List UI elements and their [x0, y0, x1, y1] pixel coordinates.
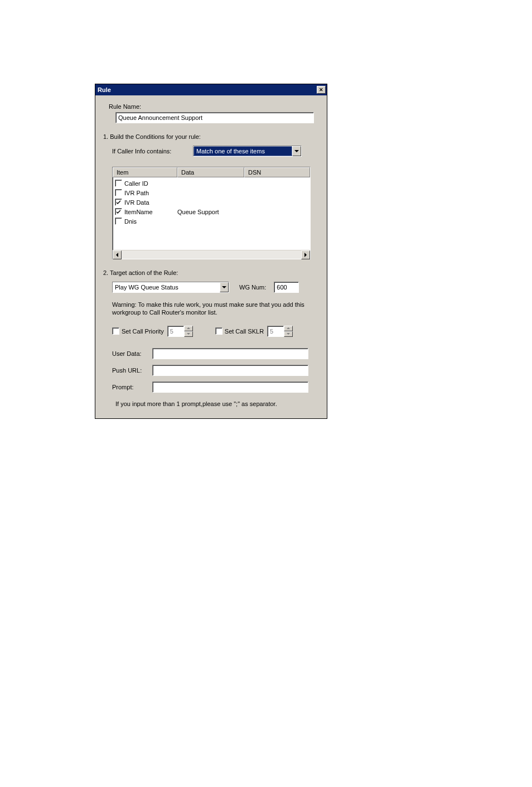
user-data-label: User Data: [112, 350, 152, 357]
list-item[interactable]: IVR Path [113, 188, 310, 197]
warning-text: Warning: To make this rule work, you mus… [112, 301, 319, 317]
push-url-label: Push URL: [112, 367, 152, 374]
set-call-priority-label: Set Call Priority [122, 328, 164, 335]
close-button[interactable]: ✕ [317, 86, 326, 94]
set-call-sklr-label: Set Call SKLR [225, 328, 264, 335]
dialog-content: Rule Name: 1. Build the Conditions for y… [95, 95, 327, 418]
item-label: ItemName [124, 209, 153, 215]
col-dsn[interactable]: DSN [244, 167, 310, 177]
action-dropdown-text: Play WG Queue Status [113, 282, 220, 292]
section2-label: 2. Target action of the Rule: [103, 269, 319, 276]
titlebar: Rule ✕ [95, 84, 327, 95]
call-sklr-input[interactable] [267, 326, 284, 337]
call-priority-input[interactable] [167, 326, 184, 337]
close-icon: ✕ [319, 87, 323, 93]
window-title: Rule [98, 86, 111, 93]
prompt-hint: If you input more than 1 prompt,please u… [115, 400, 319, 407]
spinner-up-icon[interactable] [184, 326, 193, 331]
col-data[interactable]: Data [177, 167, 244, 177]
push-url-input[interactable] [152, 365, 308, 376]
wg-num-input[interactable] [274, 282, 299, 293]
list-item[interactable]: IVR Data [113, 197, 310, 207]
call-sklr-spinner[interactable] [267, 326, 293, 337]
list-item[interactable]: ItemName Queue Support [113, 207, 310, 216]
wg-num-label: WG Num: [239, 284, 266, 291]
spinner-down-icon[interactable] [184, 331, 193, 337]
conditions-listview: Item Data DSN Caller ID IVR Path [112, 167, 311, 259]
rule-dialog: Rule ✕ Rule Name: 1. Build the Condition… [95, 84, 327, 419]
checkbox-dnis[interactable] [115, 218, 122, 225]
item-label: Dnis [124, 218, 137, 225]
chevron-down-icon [292, 146, 301, 156]
rule-name-label: Rule Name: [109, 103, 319, 110]
data-cell: Queue Support [177, 209, 244, 215]
checkbox-ivr-path[interactable] [115, 189, 122, 196]
prompt-label: Prompt: [112, 384, 152, 390]
match-dropdown-text: Match one of these items [194, 146, 292, 156]
col-item[interactable]: Item [113, 167, 177, 177]
user-data-input[interactable] [152, 348, 308, 359]
match-dropdown[interactable]: Match one of these items [193, 146, 302, 157]
spinner-down-icon[interactable] [284, 331, 293, 337]
item-label: Caller ID [124, 180, 148, 187]
horizontal-scrollbar[interactable] [113, 250, 310, 259]
listview-header: Item Data DSN [113, 167, 310, 177]
call-priority-spinner[interactable] [167, 326, 193, 337]
list-item[interactable]: Dnis [113, 216, 310, 226]
caller-info-label: If Caller Info contains: [112, 148, 193, 154]
spinner-up-icon[interactable] [284, 326, 293, 331]
checkbox-ivr-data[interactable] [115, 199, 122, 206]
action-dropdown[interactable]: Play WG Queue Status [112, 282, 229, 293]
rule-name-input[interactable] [115, 112, 314, 123]
scroll-left-button[interactable] [113, 250, 122, 259]
section1-label: 1. Build the Conditions for your rule: [103, 133, 319, 140]
chevron-down-icon [220, 282, 229, 292]
listview-body[interactable]: Caller ID IVR Path IVR Dat [113, 177, 310, 250]
prompt-input[interactable] [152, 382, 308, 393]
item-label: IVR Path [124, 190, 149, 196]
checkbox-set-call-priority[interactable] [112, 327, 119, 335]
scrollbar-track[interactable] [122, 250, 301, 259]
checkbox-caller-id[interactable] [115, 180, 122, 187]
item-label: IVR Data [124, 199, 149, 206]
list-item[interactable]: Caller ID [113, 178, 310, 188]
scroll-right-button[interactable] [301, 250, 310, 259]
checkbox-set-call-sklr[interactable] [215, 327, 223, 335]
checkbox-item-name[interactable] [115, 208, 122, 215]
